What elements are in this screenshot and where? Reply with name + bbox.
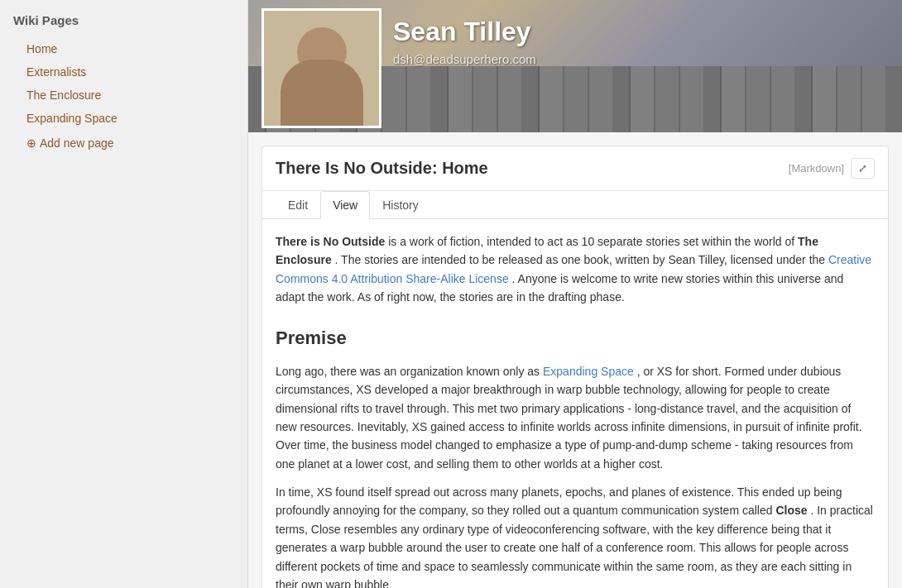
premise-heading: Premise <box>276 323 875 352</box>
premise-para-2: In time, XS found itself spread out acro… <box>276 483 875 588</box>
wiki-page-header: There Is No Outside: Home [Markdown] ⤢ <box>262 146 888 191</box>
premise-text-3: In time, XS found itself spread out acro… <box>276 485 842 517</box>
wiki-tabs: Edit View History <box>262 191 888 219</box>
profile-info: Sean Tilley dsh@deadsuperhero.com <box>393 17 536 66</box>
intro-bold-title: There is No Outside <box>276 235 385 248</box>
sidebar-link-expanding-space[interactable]: Expanding Space <box>0 107 247 130</box>
profile-name: Sean Tilley <box>393 17 536 47</box>
profile-email: dsh@deadsuperhero.com <box>393 52 536 66</box>
sidebar-item-expanding-space[interactable]: Expanding Space <box>0 107 247 130</box>
sidebar-item-externalists[interactable]: Externalists <box>0 60 247 84</box>
add-new-page-label: Add new page <box>40 136 114 150</box>
close-bold: Close <box>775 504 807 517</box>
add-new-page-button[interactable]: ⊕ Add new page <box>0 130 247 156</box>
intro-text-2: . The stories are intended to be release… <box>335 253 828 266</box>
intro-text-1: is a work of fiction, intended to act as… <box>388 235 798 248</box>
sidebar-title: Wiki Pages <box>0 13 247 37</box>
tab-edit[interactable]: Edit <box>276 191 320 219</box>
wiki-page-title: There Is No Outside: Home <box>276 159 488 178</box>
wiki-content-area: There Is No Outside: Home [Markdown] ⤢ E… <box>248 132 902 588</box>
wiki-body: There is No Outside is a work of fiction… <box>262 219 888 588</box>
sidebar-link-home[interactable]: Home <box>0 37 247 60</box>
sidebar-link-the-enclosure[interactable]: The Enclosure <box>0 84 247 107</box>
premise-text-2: , or XS for short. Formed under dubious … <box>276 365 862 471</box>
premise-para-1: Long ago, there was an organization know… <box>276 362 875 473</box>
profile-header: Sean Tilley dsh@deadsuperhero.com <box>248 0 902 132</box>
intro-paragraph: There is No Outside is a work of fiction… <box>276 232 875 307</box>
plus-icon: ⊕ <box>26 136 36 150</box>
wiki-page-actions: [Markdown] ⤢ <box>789 158 875 179</box>
sidebar-item-the-enclosure[interactable]: The Enclosure <box>0 84 247 107</box>
expanding-space-link[interactable]: Expanding Space <box>543 365 634 378</box>
wiki-page-card: There Is No Outside: Home [Markdown] ⤢ E… <box>261 146 889 588</box>
expand-button[interactable]: ⤢ <box>851 158 875 179</box>
tab-view[interactable]: View <box>320 191 370 219</box>
main-content: Sean Tilley dsh@deadsuperhero.com There … <box>248 0 902 588</box>
sidebar-link-externalists[interactable]: Externalists <box>0 60 247 84</box>
premise-text-1: Long ago, there was an organization know… <box>276 365 543 378</box>
expand-icon: ⤢ <box>858 162 867 174</box>
avatar <box>261 8 381 128</box>
tab-history[interactable]: History <box>370 191 431 219</box>
sidebar: Wiki Pages Home Externalists The Enclosu… <box>0 0 248 588</box>
markdown-label: [Markdown] <box>789 162 844 174</box>
sidebar-item-home[interactable]: Home <box>0 37 247 60</box>
sidebar-nav: Home Externalists The Enclosure Expandin… <box>0 37 247 130</box>
